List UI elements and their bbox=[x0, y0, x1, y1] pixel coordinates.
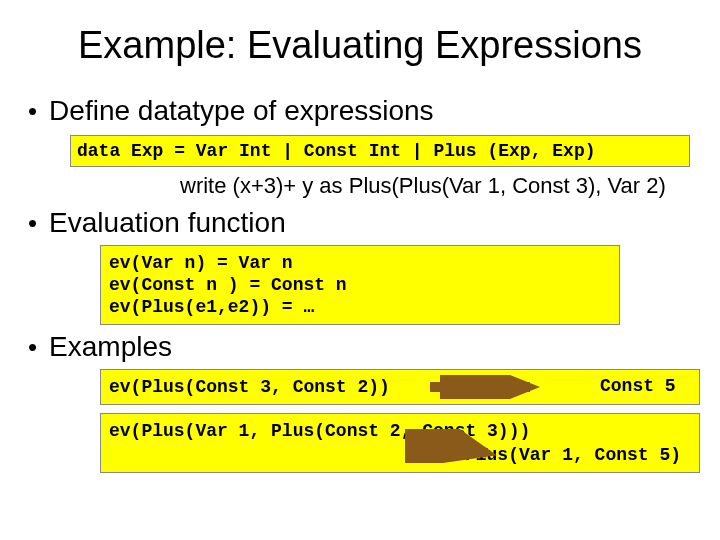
bullet-text: Define datatype of expressions bbox=[49, 95, 433, 127]
arrow-down-right-icon bbox=[405, 429, 505, 463]
code-ev-def: ev(Var n) = Var n ev(Const n ) = Const n… bbox=[100, 245, 620, 325]
result-1: Const 5 bbox=[600, 376, 676, 396]
arrow-right-icon bbox=[430, 375, 550, 399]
bullet-dot-icon: • bbox=[28, 207, 37, 239]
bullet-define: • Define datatype of expressions bbox=[40, 95, 680, 127]
code-line: ev(Const n ) = Const n bbox=[109, 274, 611, 296]
code-line: ev(Plus(e1,e2)) = … bbox=[109, 296, 611, 318]
example-1: ev(Plus(Const 3, Const 2)) Const 5 bbox=[100, 369, 700, 405]
note-write-as: write (x+3)+ y as Plus(Plus(Var 1, Const… bbox=[180, 173, 680, 199]
example-2: ev(Plus(Var 1, Plus(Const 2, Const 3))) … bbox=[100, 413, 700, 473]
bullet-dot-icon: • bbox=[28, 331, 37, 363]
bullet-text: Examples bbox=[49, 331, 172, 363]
bullet-dot-icon: • bbox=[28, 95, 37, 127]
bullet-evaluation: • Evaluation function bbox=[40, 207, 680, 239]
result-2: Plus(Var 1, Const 5) bbox=[109, 444, 691, 466]
code-line: ev(Var n) = Var n bbox=[109, 252, 611, 274]
code-datatype: data Exp = Var Int | Const Int | Plus (E… bbox=[70, 135, 690, 167]
svg-line-1 bbox=[405, 433, 487, 453]
code-line: ev(Plus(Var 1, Plus(Const 2, Const 3))) bbox=[109, 420, 691, 442]
bullet-examples: • Examples bbox=[40, 331, 680, 363]
slide: Example: Evaluating Expressions • Define… bbox=[0, 0, 720, 540]
code-example-2: ev(Plus(Var 1, Plus(Const 2, Const 3))) … bbox=[100, 413, 700, 473]
slide-title: Example: Evaluating Expressions bbox=[40, 24, 680, 67]
bullet-text: Evaluation function bbox=[49, 207, 286, 239]
